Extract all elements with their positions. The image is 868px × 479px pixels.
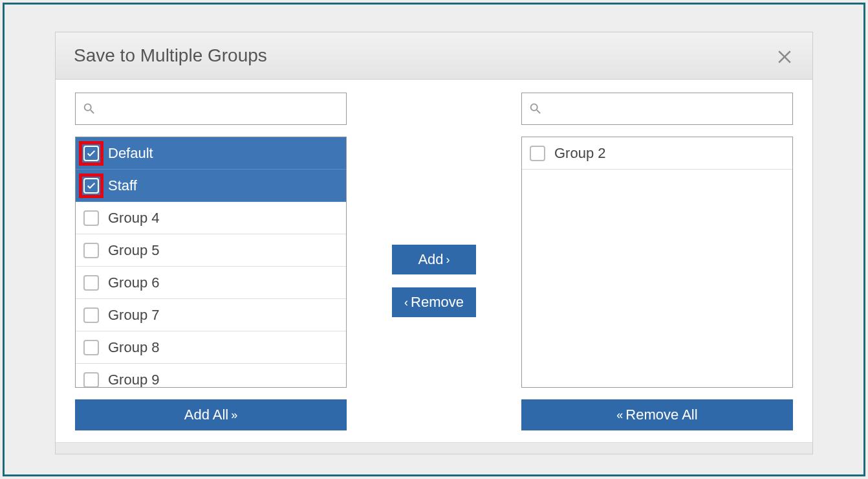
double-chevron-left-icon: « [616, 408, 623, 422]
checkbox[interactable] [83, 307, 99, 323]
search-icon [528, 102, 543, 116]
checkbox-wrap[interactable] [82, 209, 100, 227]
transfer-buttons: Add › ‹ Remove [373, 131, 495, 430]
list-item[interactable]: Default [76, 137, 346, 170]
checkbox-wrap[interactable] [82, 241, 100, 260]
selected-search-box[interactable] [521, 93, 793, 125]
app-frame: Save to Multiple Groups DefaultStaffGrou… [3, 3, 865, 476]
available-search-input[interactable] [96, 102, 340, 117]
checkbox[interactable] [83, 178, 99, 194]
remove-button[interactable]: ‹ Remove [392, 287, 476, 317]
chevron-left-icon: ‹ [404, 296, 408, 309]
list-item[interactable]: Group 9 [76, 364, 346, 388]
list-item-label: Group 8 [108, 339, 160, 356]
close-icon[interactable] [775, 46, 794, 65]
list-item-label: Staff [108, 177, 137, 194]
selected-search-input[interactable] [543, 102, 786, 117]
checkbox[interactable] [83, 210, 99, 226]
remove-label: Remove [411, 294, 464, 311]
checkbox-wrap[interactable] [528, 144, 547, 162]
checkbox[interactable] [530, 146, 545, 161]
list-item[interactable]: Staff [76, 170, 346, 202]
list-item[interactable]: Group 7 [76, 299, 346, 331]
dialog-title: Save to Multiple Groups [74, 45, 267, 66]
search-icon [82, 102, 96, 116]
dialog-body: DefaultStaffGroup 4Group 5Group 6Group 7… [56, 80, 812, 430]
list-item-label: Group 2 [554, 145, 606, 162]
list-item-label: Group 5 [108, 242, 160, 259]
list-item[interactable]: Group 2 [522, 137, 792, 170]
available-search-box[interactable] [75, 93, 347, 125]
add-all-button[interactable]: Add All » [75, 399, 347, 430]
dialog-header: Save to Multiple Groups [56, 32, 812, 80]
list-item-label: Group 7 [108, 307, 160, 324]
list-item[interactable]: Group 4 [76, 202, 346, 234]
checkbox-wrap[interactable] [82, 144, 100, 162]
checkbox[interactable] [83, 146, 99, 161]
list-item[interactable]: Group 6 [76, 267, 346, 299]
list-item[interactable]: Group 5 [76, 234, 346, 267]
add-button[interactable]: Add › [392, 245, 476, 274]
checkbox-wrap[interactable] [82, 177, 100, 195]
checkbox-wrap[interactable] [82, 371, 100, 388]
available-groups-list[interactable]: DefaultStaffGroup 4Group 5Group 6Group 7… [75, 137, 347, 388]
list-item[interactable]: Group 8 [76, 331, 346, 364]
add-all-label: Add All [184, 407, 229, 423]
double-chevron-right-icon: » [231, 408, 237, 422]
list-item-label: Group 9 [108, 372, 160, 388]
checkbox-wrap[interactable] [82, 274, 100, 292]
checkbox-wrap[interactable] [82, 339, 100, 357]
save-to-groups-dialog: Save to Multiple Groups DefaultStaffGrou… [55, 32, 813, 454]
checkbox[interactable] [83, 340, 99, 355]
checkbox-wrap[interactable] [82, 306, 100, 324]
dialog-footer-strip [56, 442, 812, 454]
checkbox[interactable] [83, 372, 99, 388]
remove-all-button[interactable]: « Remove All [521, 399, 793, 430]
checkbox[interactable] [83, 275, 99, 291]
checkbox[interactable] [83, 243, 99, 258]
selected-groups-column: Group 2 « Remove All [521, 93, 793, 430]
remove-all-label: Remove All [625, 407, 697, 423]
available-groups-column: DefaultStaffGroup 4Group 5Group 6Group 7… [75, 93, 347, 430]
selected-groups-list[interactable]: Group 2 [521, 137, 793, 388]
chevron-right-icon: › [446, 253, 450, 267]
list-item-label: Group 4 [108, 210, 160, 227]
list-item-label: Group 6 [108, 274, 160, 291]
list-item-label: Default [108, 145, 153, 162]
add-label: Add [418, 251, 443, 268]
